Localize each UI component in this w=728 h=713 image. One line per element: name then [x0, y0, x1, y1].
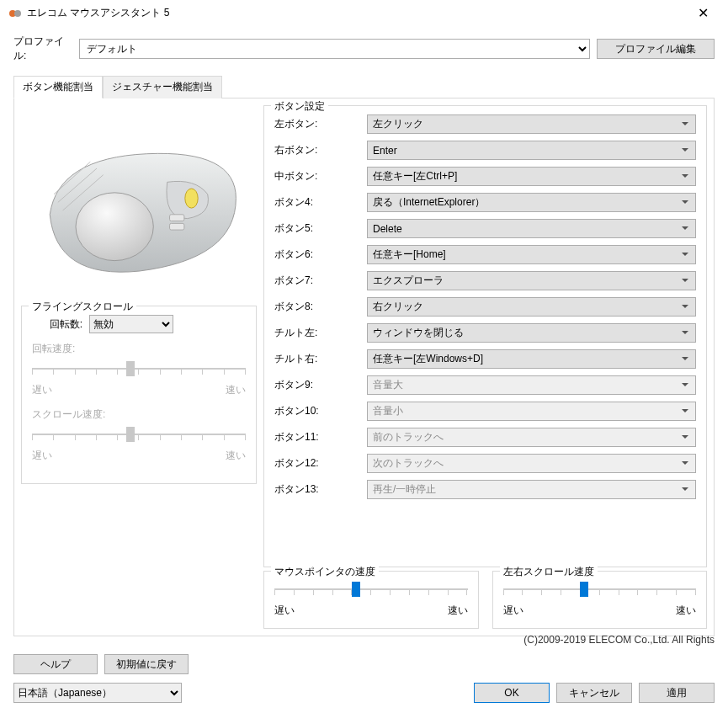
cancel-button[interactable]: キャンセル — [556, 683, 632, 703]
setting-label: 中ボタン: — [274, 169, 367, 184]
setting-combo[interactable]: 戻る（InternetExplorer） — [367, 193, 696, 212]
setting-label: ボタン4: — [274, 195, 367, 210]
window-title: エレコム マウスアシスタント 5 — [27, 6, 686, 20]
setting-combo[interactable]: 任意キー[左Windows+D] — [367, 349, 696, 369]
setting-combo: 音量大 — [367, 375, 696, 395]
setting-row: ボタン11:前のトラックへ — [274, 428, 696, 447]
setting-combo: 次のトラックへ — [367, 454, 696, 473]
setting-row: 左ボタン:左クリック — [274, 114, 696, 134]
fast-label: 速い — [226, 449, 246, 463]
hscroll-speed-group: 左右スクロール速度 遅い 速い — [492, 571, 708, 629]
setting-label: ボタン7: — [274, 274, 367, 288]
flying-scroll-group: フライングスクロール 回転数: 無効 回転速度: 遅い 速い スクロール速度: — [21, 306, 257, 484]
pointer-speed-legend: マウスポインタの速度 — [271, 565, 379, 579]
rotation-speed-label: 回転速度: — [32, 342, 246, 356]
fast-label: 速い — [226, 383, 246, 397]
setting-combo: 音量小 — [367, 402, 696, 421]
copyright: (C)2009-2019 ELECOM Co.,Ltd. All Rights — [13, 629, 715, 654]
profile-label: プロファイル: — [13, 35, 72, 63]
setting-combo: 前のトラックへ — [367, 428, 696, 447]
svg-point-3 — [185, 189, 198, 208]
setting-label: チルト右: — [274, 352, 367, 366]
setting-label: 右ボタン: — [274, 143, 367, 157]
setting-combo[interactable]: Delete — [367, 219, 696, 238]
setting-label: ボタン6: — [274, 247, 367, 262]
setting-combo[interactable]: 任意キー[左Ctrl+P] — [367, 167, 696, 186]
setting-label: ボタン13: — [274, 482, 367, 497]
help-button[interactable]: ヘルプ — [13, 654, 98, 674]
setting-combo[interactable]: ウィンドウを閉じる — [367, 323, 696, 343]
setting-combo[interactable]: エクスプローラ — [367, 271, 696, 290]
slow-label: 遅い — [32, 383, 52, 397]
flying-scroll-legend: フライングスクロール — [29, 300, 136, 314]
svg-rect-4 — [170, 215, 184, 221]
ok-button[interactable]: OK — [474, 683, 550, 703]
setting-row: チルト左:ウィンドウを閉じる — [274, 323, 696, 343]
setting-row: ボタン10:音量小 — [274, 402, 696, 421]
button-settings-legend: ボタン設定 — [271, 99, 328, 114]
setting-label: ボタン11: — [274, 430, 367, 444]
device-image — [21, 105, 257, 299]
setting-label: ボタン5: — [274, 221, 367, 236]
scroll-speed-slider — [32, 425, 246, 445]
setting-label: チルト左: — [274, 326, 367, 340]
setting-row: ボタン13:再生/一時停止 — [274, 480, 696, 499]
scroll-speed-label: スクロール速度: — [32, 407, 246, 422]
setting-row: ボタン6:任意キー[Home] — [274, 245, 696, 264]
rotations-select[interactable]: 無効 — [89, 315, 173, 333]
setting-combo[interactable]: 右クリック — [367, 297, 696, 317]
setting-combo: 再生/一時停止 — [367, 480, 696, 499]
tab-gesture-assign[interactable]: ジェスチャー機能割当 — [103, 76, 222, 98]
setting-row: チルト右:任意キー[左Windows+D] — [274, 349, 696, 369]
profile-select[interactable]: デフォルト — [79, 39, 590, 59]
setting-label: ボタン12: — [274, 456, 367, 471]
setting-row: 右ボタン:Enter — [274, 141, 696, 160]
slow-label: 遅い — [274, 604, 295, 618]
button-settings-group: ボタン設定 左ボタン:左クリック右ボタン:Enter中ボタン:任意キー[左Ctr… — [263, 105, 707, 567]
setting-combo[interactable]: 左クリック — [367, 114, 696, 134]
setting-label: ボタン8: — [274, 300, 367, 314]
setting-row: ボタン12:次のトラックへ — [274, 454, 696, 473]
setting-row: ボタン8:右クリック — [274, 297, 696, 317]
setting-label: 左ボタン: — [274, 117, 367, 131]
fast-label: 速い — [676, 604, 696, 618]
rotation-speed-slider — [32, 359, 246, 380]
app-icon — [8, 7, 22, 20]
fast-label: 速い — [448, 604, 468, 618]
hscroll-speed-slider[interactable] — [503, 580, 697, 600]
setting-combo[interactable]: Enter — [367, 141, 696, 160]
setting-label: ボタン10: — [274, 404, 367, 418]
profile-edit-button[interactable]: プロファイル編集 — [597, 39, 715, 59]
rotations-label: 回転数: — [32, 317, 82, 332]
slow-label: 遅い — [503, 604, 523, 618]
svg-point-2 — [76, 193, 153, 261]
tab-button-assign[interactable]: ボタン機能割当 — [13, 76, 103, 98]
titlebar: エレコム マウスアシスタント 5 ✕ — [0, 0, 728, 28]
svg-point-1 — [14, 10, 21, 17]
svg-rect-5 — [170, 223, 184, 230]
apply-button[interactable]: 適用 — [639, 683, 715, 703]
setting-combo[interactable]: 任意キー[Home] — [367, 245, 696, 264]
setting-label: ボタン9: — [274, 378, 367, 392]
hscroll-speed-legend: 左右スクロール速度 — [500, 565, 598, 579]
setting-row: ボタン4:戻る（InternetExplorer） — [274, 193, 696, 212]
close-button[interactable]: ✕ — [686, 5, 720, 21]
setting-row: 中ボタン:任意キー[左Ctrl+P] — [274, 167, 696, 186]
setting-row: ボタン9:音量大 — [274, 375, 696, 395]
reset-button[interactable]: 初期値に戻す — [104, 654, 189, 674]
pointer-speed-group: マウスポインタの速度 遅い 速い — [263, 571, 479, 629]
setting-row: ボタン5:Delete — [274, 219, 696, 238]
slow-label: 遅い — [32, 449, 52, 463]
pointer-speed-slider[interactable] — [274, 580, 468, 600]
setting-row: ボタン7:エクスプローラ — [274, 271, 696, 290]
language-select[interactable]: 日本語（Japanese） — [13, 683, 182, 703]
